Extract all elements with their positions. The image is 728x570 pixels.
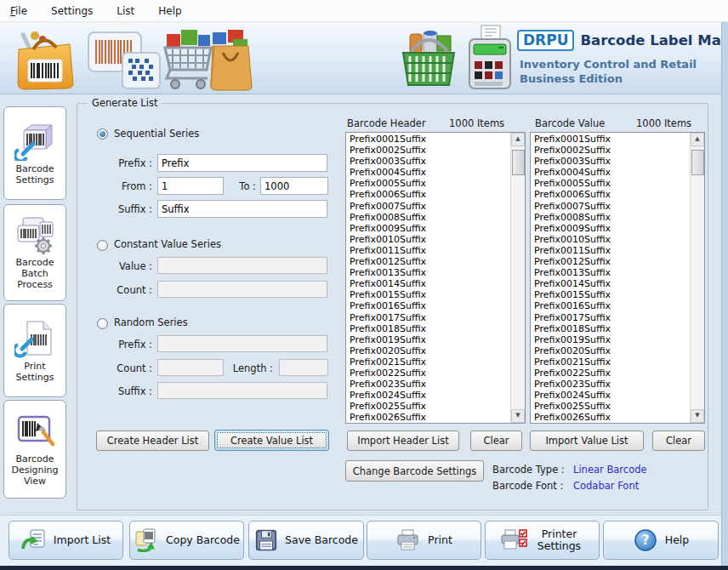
seq-suffix-input[interactable] <box>157 200 327 218</box>
list-item[interactable]: Prefix0021Suffix <box>532 356 690 368</box>
copy-barcode-button[interactable]: Copy Barcode <box>129 521 244 560</box>
list-item[interactable]: Prefix0009Suffix <box>532 223 690 234</box>
list-item[interactable]: Prefix0022Suffix <box>532 368 690 379</box>
sidebar-item-print-settings[interactable]: Print Settings <box>3 304 66 397</box>
clear-value-button[interactable]: Clear <box>652 430 705 451</box>
list-item[interactable]: Prefix0009Suffix <box>347 223 510 234</box>
drpu-logo: DRPU <box>517 30 574 51</box>
list-item[interactable]: Prefix0004Suffix <box>532 167 690 178</box>
list-item[interactable]: Prefix0003Suffix <box>532 156 690 167</box>
sequential-series-radio[interactable] <box>97 128 108 140</box>
list-item[interactable]: Prefix0013Suffix <box>532 267 690 278</box>
list-item[interactable]: Prefix0023Suffix <box>347 379 510 390</box>
list-item[interactable]: Prefix0025Suffix <box>347 401 510 412</box>
import-header-list-button[interactable]: Import Header List <box>347 430 459 451</box>
scroll-thumb[interactable] <box>691 150 704 175</box>
list-item[interactable]: Prefix0017Suffix <box>347 312 510 323</box>
menu-list[interactable]: List <box>117 5 134 17</box>
list-item[interactable]: Prefix0015Suffix <box>532 289 690 300</box>
list-item[interactable]: Prefix0016Suffix <box>347 300 510 311</box>
seq-prefix-label: Prefix : <box>94 157 152 169</box>
header-list-scrollbar[interactable]: ▲ ▼ <box>510 133 525 423</box>
list-item[interactable]: Prefix0010Suffix <box>347 234 510 245</box>
constant-series-radio[interactable] <box>97 240 108 251</box>
list-item[interactable]: Prefix0005Suffix <box>532 178 690 189</box>
print-button[interactable]: Print <box>367 521 481 560</box>
list-item[interactable]: Prefix0024Suffix <box>347 390 510 401</box>
seq-prefix-input[interactable] <box>157 154 327 172</box>
rand-prefix-label: Prefix : <box>94 339 152 351</box>
list-item[interactable]: Prefix0021Suffix <box>347 356 510 368</box>
value-list-scrollbar[interactable]: ▲ ▼ <box>690 133 704 423</box>
help-button[interactable]: ? Help <box>603 521 719 560</box>
list-item[interactable]: Prefix0007Suffix <box>347 201 510 212</box>
list-item[interactable]: Prefix0016Suffix <box>532 300 690 311</box>
sidebar-item-barcode-batch-process[interactable]: Barcode Batch Process <box>3 204 66 301</box>
create-value-list-button[interactable]: Create Value List <box>214 430 329 451</box>
seq-from-input[interactable] <box>157 177 224 195</box>
list-item[interactable]: Prefix0018Suffix <box>532 323 690 334</box>
list-item[interactable]: Prefix0008Suffix <box>347 212 510 223</box>
help-icon: ? <box>633 527 658 553</box>
list-item[interactable]: Prefix0002Suffix <box>347 145 510 156</box>
list-item[interactable]: Prefix0010Suffix <box>532 234 690 245</box>
toolbar-label: Import List <box>54 534 111 546</box>
barcode-header-listbox[interactable]: Prefix0001SuffixPrefix0002SuffixPrefix00… <box>345 132 526 424</box>
sidebar-item-barcode-settings[interactable]: Barcode Settings <box>3 106 66 200</box>
list-item[interactable]: Prefix0026Suffix <box>532 412 690 422</box>
list-item[interactable]: Prefix0025Suffix <box>532 401 690 412</box>
list-item[interactable]: Prefix0011Suffix <box>347 245 510 256</box>
rand-length-label: Length : <box>224 362 273 374</box>
list-item[interactable]: Prefix0004Suffix <box>347 167 510 178</box>
sidebar-label: Barcode Settings <box>7 163 63 185</box>
list-item[interactable]: Prefix0026Suffix <box>347 412 510 422</box>
clear-header-button[interactable]: Clear <box>470 430 522 451</box>
menu-help[interactable]: Help <box>158 5 181 17</box>
list-item[interactable]: Prefix0022Suffix <box>347 368 510 379</box>
list-item[interactable]: Prefix0019Suffix <box>347 334 510 345</box>
create-header-list-button[interactable]: Create Header List <box>96 430 209 451</box>
list-item[interactable]: Prefix0012Suffix <box>347 256 510 267</box>
list-item[interactable]: Prefix0020Suffix <box>347 345 510 356</box>
list-item[interactable]: Prefix0020Suffix <box>532 345 690 356</box>
random-series-radio[interactable] <box>97 318 108 329</box>
list-item[interactable]: Prefix0023Suffix <box>532 379 690 390</box>
list-item[interactable]: Prefix0003Suffix <box>347 156 510 167</box>
list-item[interactable]: Prefix0008Suffix <box>532 212 690 223</box>
list-item[interactable]: Prefix0018Suffix <box>347 323 510 334</box>
list-item[interactable]: Prefix0019Suffix <box>532 334 690 345</box>
list-item[interactable]: Prefix0002Suffix <box>532 145 690 156</box>
list-item[interactable]: Prefix0007Suffix <box>532 201 690 212</box>
list-item[interactable]: Prefix0001Suffix <box>347 134 510 145</box>
menu-file[interactable]: File <box>10 5 27 17</box>
list-item[interactable]: Prefix0014Suffix <box>532 278 690 289</box>
scroll-down-icon[interactable]: ▼ <box>511 409 525 423</box>
list-item[interactable]: Prefix0011Suffix <box>532 245 690 256</box>
change-barcode-settings-button[interactable]: Change Barcode Settings <box>345 460 484 482</box>
seq-from-label: From : <box>94 180 152 192</box>
scroll-thumb[interactable] <box>512 150 525 175</box>
list-item[interactable]: Prefix0012Suffix <box>532 256 690 267</box>
list-item[interactable]: Prefix0013Suffix <box>347 267 510 278</box>
list-item[interactable]: Prefix0005Suffix <box>347 178 510 189</box>
list-item[interactable]: Prefix0015Suffix <box>347 289 510 300</box>
import-value-list-button[interactable]: Import Value List <box>530 430 644 451</box>
toolbar-label: Save Barcode <box>285 534 358 546</box>
menu-settings[interactable]: Settings <box>51 5 93 17</box>
rand-prefix-input <box>157 335 327 352</box>
scroll-up-icon[interactable]: ▲ <box>511 133 525 146</box>
printer-settings-button[interactable]: Printer Settings <box>485 521 600 560</box>
save-barcode-button[interactable]: Save Barcode <box>248 521 364 560</box>
import-list-button[interactable]: Import List <box>9 521 123 560</box>
barcode-value-listbox[interactable]: Prefix0001SuffixPrefix0002SuffixPrefix00… <box>530 132 705 424</box>
sidebar-item-barcode-designing-view[interactable]: Barcode Designing View <box>3 400 66 499</box>
list-item[interactable]: Prefix0024Suffix <box>532 390 690 401</box>
list-item[interactable]: Prefix0014Suffix <box>347 278 510 289</box>
list-item[interactable]: Prefix0001Suffix <box>532 134 690 145</box>
list-item[interactable]: Prefix0017Suffix <box>532 312 690 323</box>
scroll-down-icon[interactable]: ▼ <box>691 409 704 423</box>
seq-to-input[interactable] <box>260 177 328 195</box>
scroll-up-icon[interactable]: ▲ <box>691 133 704 146</box>
list-item[interactable]: Prefix0006Suffix <box>347 189 510 200</box>
list-item[interactable]: Prefix0006Suffix <box>532 189 690 200</box>
